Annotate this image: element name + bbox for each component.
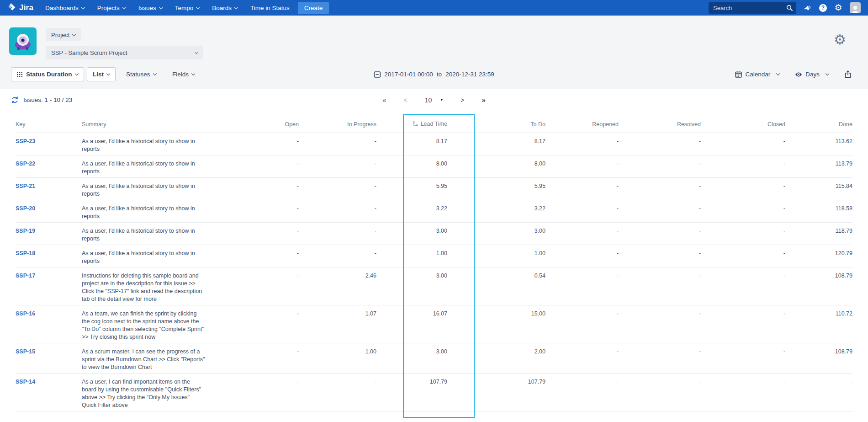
- in-progress-cell: 1.00: [326, 343, 404, 374]
- column-header-lead-time[interactable]: Lead Time: [404, 114, 475, 133]
- nav-tempo[interactable]: Tempo: [175, 5, 200, 11]
- to-do-cell: 1.00: [475, 245, 573, 267]
- pagination-first-button[interactable]: «: [382, 96, 386, 104]
- chevron-down-icon: [153, 72, 156, 75]
- in-progress-cell: 1.07: [326, 305, 404, 343]
- column-header-closed[interactable]: Closed: [728, 114, 813, 133]
- issue-key-cell: SSP-17: [16, 267, 82, 305]
- project-select[interactable]: SSP - Sample Scrum Project: [46, 46, 203, 59]
- issue-key-link[interactable]: SSP-17: [16, 272, 35, 279]
- lead-time-cell: 3.00: [404, 223, 475, 245]
- closed-cell: -: [728, 223, 813, 245]
- search-input[interactable]: [709, 2, 796, 14]
- open-cell: -: [214, 343, 326, 374]
- statuses-dropdown[interactable]: Statuses: [126, 67, 156, 81]
- fields-dropdown[interactable]: Fields: [172, 67, 195, 81]
- open-cell: -: [214, 267, 326, 305]
- chevron-down-icon: [826, 72, 829, 75]
- reopened-cell: -: [573, 374, 646, 411]
- column-header-to-do[interactable]: To Do: [475, 114, 573, 133]
- in-progress-cell: -: [326, 200, 404, 223]
- view-list-dropdown[interactable]: List: [87, 67, 116, 81]
- issue-key-link[interactable]: SSP-19: [16, 228, 35, 234]
- open-cell: -: [214, 305, 326, 343]
- done-cell: 115.84: [813, 178, 852, 200]
- reopened-cell: -: [573, 200, 646, 223]
- settings-gear-icon[interactable]: ⚙: [834, 3, 843, 12]
- column-header-open[interactable]: Open: [214, 114, 326, 133]
- issue-key-link[interactable]: SSP-18: [16, 250, 35, 256]
- nav-dashboards[interactable]: Dashboards: [45, 5, 85, 11]
- issue-key-link[interactable]: SSP-16: [16, 310, 35, 317]
- nav-boards[interactable]: Boards: [212, 5, 238, 11]
- open-cell: -: [214, 245, 326, 267]
- pagination: « < 10 ▼ > »: [382, 96, 486, 104]
- nav-issues[interactable]: Issues: [138, 5, 162, 11]
- project-avatar[interactable]: [9, 27, 37, 55]
- search-icon[interactable]: [786, 4, 793, 11]
- nav-time-in-status[interactable]: Time in Status: [250, 5, 290, 11]
- create-button[interactable]: Create: [298, 2, 329, 14]
- page-size-select[interactable]: 10 ▼: [425, 96, 444, 104]
- column-header-resolved[interactable]: Resolved: [646, 114, 728, 133]
- status-duration-dropdown[interactable]: Status Duration: [11, 67, 84, 81]
- time-unit-dropdown[interactable]: Days: [795, 71, 829, 78]
- project-scope-button[interactable]: Project: [46, 28, 81, 41]
- lead-time-cell: 5.95: [404, 178, 475, 200]
- chevron-down-icon: [106, 72, 110, 75]
- date-join: to: [437, 71, 442, 78]
- issue-key-link[interactable]: SSP-15: [16, 348, 35, 355]
- issue-key-link[interactable]: SSP-14: [16, 379, 35, 385]
- lead-time-cell: 16.07: [404, 305, 475, 343]
- column-header-done[interactable]: Done: [813, 114, 852, 133]
- issue-key-link[interactable]: SSP-22: [16, 160, 35, 167]
- done-cell: 113.79: [813, 155, 852, 178]
- user-avatar[interactable]: [850, 2, 861, 13]
- issue-key-link[interactable]: SSP-21: [16, 183, 35, 189]
- column-header-key[interactable]: Key: [16, 114, 82, 133]
- jira-logo-text: Jira: [19, 3, 33, 12]
- export-icon[interactable]: [844, 70, 852, 78]
- to-do-cell: 15.00: [475, 305, 573, 343]
- issue-key-link[interactable]: SSP-20: [16, 205, 35, 212]
- in-progress-cell: -: [326, 155, 404, 178]
- summary-cell: Instructions for deleting this sample bo…: [82, 267, 214, 305]
- sort-icon: [413, 121, 418, 127]
- pagination-next-button[interactable]: >: [460, 96, 464, 104]
- column-header-reopened[interactable]: Reopened: [573, 114, 646, 133]
- column-header-in-progress[interactable]: In Progress: [326, 114, 404, 133]
- table-row: SSP-18As a user, I'd like a historical s…: [16, 245, 852, 267]
- to-do-cell: 3.22: [475, 200, 573, 223]
- help-icon[interactable]: ?: [819, 4, 827, 12]
- pagination-last-button[interactable]: »: [482, 96, 485, 104]
- pagination-prev-button[interactable]: <: [404, 96, 408, 104]
- jira-logo[interactable]: Jira: [7, 3, 33, 12]
- summary-cell: As a user, I'd like a historical story t…: [82, 178, 214, 200]
- chevron-down-icon: [776, 72, 780, 75]
- done-cell: 110.72: [813, 305, 852, 343]
- calendar-type-dropdown[interactable]: Calendar: [735, 71, 779, 78]
- table-row: SSP-20As a user, I'd like a historical s…: [16, 200, 852, 223]
- in-progress-cell: -: [326, 178, 404, 200]
- closed-cell: -: [728, 155, 813, 178]
- table-row: SSP-15As a scrum master, I can see the p…: [16, 343, 852, 374]
- chevron-down-icon: [122, 5, 126, 9]
- resolved-cell: -: [646, 305, 728, 343]
- issue-key-link[interactable]: SSP-23: [16, 138, 35, 144]
- table-row: SSP-19As a user, I'd like a historical s…: [16, 223, 852, 245]
- open-cell: -: [214, 155, 326, 178]
- open-cell: -: [214, 133, 326, 155]
- refresh-icon[interactable]: [11, 96, 19, 104]
- eye-icon: [795, 72, 802, 77]
- reopened-cell: -: [573, 305, 646, 343]
- reopened-cell: -: [573, 267, 646, 305]
- table-row: SSP-17Instructions for deleting this sam…: [16, 267, 852, 305]
- report-settings-gear-icon[interactable]: ⚙: [834, 33, 846, 47]
- table-row: SSP-16As a team, we can finish the sprin…: [16, 305, 852, 343]
- closed-cell: -: [728, 343, 813, 374]
- date-range-picker[interactable]: 2017-01-01 00:00 to 2020-12-31 23:59: [374, 67, 494, 81]
- nav-projects[interactable]: Projects: [97, 5, 126, 11]
- announcements-icon[interactable]: [803, 3, 812, 12]
- status-duration-table: Key Summary Open In Progress Lead Time T…: [16, 114, 852, 411]
- column-header-summary[interactable]: Summary: [82, 114, 214, 133]
